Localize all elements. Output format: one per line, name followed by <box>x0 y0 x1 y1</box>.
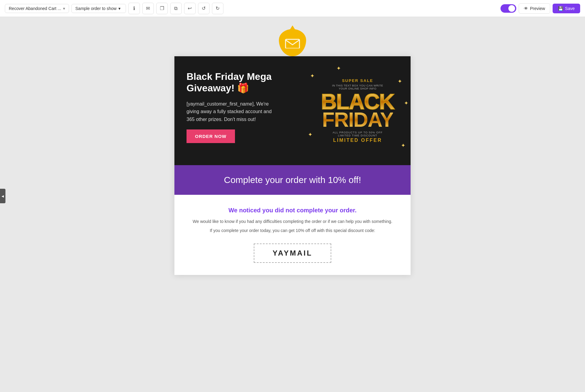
envelope-svg <box>285 37 300 48</box>
hero-left: Black Friday Mega Giveaway! 🎁 [yaymail_c… <box>174 56 305 165</box>
redo-button-2[interactable]: ↻ <box>212 3 223 14</box>
undo-button[interactable]: ↩ <box>184 3 196 14</box>
file-button[interactable]: ❐ <box>156 3 168 14</box>
hero-section: Black Friday Mega Giveaway! 🎁 [yaymail_c… <box>174 56 411 165</box>
sparkle-4: ✦ <box>308 131 312 138</box>
redo-button-1[interactable]: ↺ <box>198 3 210 14</box>
logo-icon-wrap <box>279 29 306 56</box>
toggle-wrapper <box>501 4 516 13</box>
copy-icon: ⧉ <box>174 6 177 11</box>
content-body-2: If you complete your order today, you ca… <box>193 227 392 234</box>
sparkle-1: ✦ <box>310 73 315 79</box>
file-icon: ❐ <box>160 5 164 11</box>
sample-order-label: Sample order to show <box>75 6 117 11</box>
content-headline: We noticed you did not complete your ord… <box>193 207 392 214</box>
preview-button[interactable]: 👁 Preview <box>519 3 550 14</box>
redo-icon-1: ↺ <box>202 5 206 11</box>
bf-limited-top: ALL PRODUCTS UP TO 50% OFF LIMITED TIME … <box>332 131 382 137</box>
toolbar: Recover Abandoned Cart ... ▾ Sample orde… <box>0 0 585 17</box>
svg-rect-0 <box>286 39 299 48</box>
undo-icon: ↩ <box>188 5 192 11</box>
save-button[interactable]: 💾 Save <box>553 4 580 13</box>
sparkle-6: ✦ <box>404 100 408 106</box>
content-body-1: We would like to know if you had any dif… <box>193 218 392 225</box>
bf-limited-offer: LIMITED OFFER <box>333 138 382 143</box>
email-card: Black Friday Mega Giveaway! 🎁 [yaymail_c… <box>174 56 411 275</box>
bf-visual: ✦ ✦ ✦ ✦ ✦ ✦ SUPER SALE IN THIS TEXT BOX … <box>305 56 411 165</box>
hero-body: [yaymail_customer_first_name], We're giv… <box>187 100 277 123</box>
purple-banner: Complete your order with 10% off! <box>174 165 411 195</box>
logo-icon <box>279 29 306 56</box>
order-now-button[interactable]: ORDER NOW <box>187 129 235 143</box>
coupon-box: YAYMAIL <box>254 243 331 263</box>
info-button[interactable]: ℹ <box>128 3 140 14</box>
preview-icon: 👁 <box>524 6 528 11</box>
sidebar-chevron-icon: ◀ <box>2 194 4 198</box>
super-sale-label: SUPER SALE <box>342 78 373 83</box>
order-now-label: ORDER NOW <box>195 134 226 139</box>
sample-order-chevron: ▾ <box>118 6 121 11</box>
sidebar-handle[interactable]: ◀ <box>0 189 5 203</box>
save-label: Save <box>565 6 575 11</box>
copy-button[interactable]: ⧉ <box>170 3 182 14</box>
sample-order-dropdown[interactable]: Sample order to show ▾ <box>71 4 126 13</box>
sparkle-5: ✦ <box>401 142 405 149</box>
canvas-area: Black Friday Mega Giveaway! 🎁 [yaymail_c… <box>0 17 585 392</box>
email-icon: ✉ <box>146 5 150 11</box>
email-button[interactable]: ✉ <box>142 3 154 14</box>
workflow-chevron: ▾ <box>63 6 65 11</box>
super-sale-sub: IN THIS TEXT BOX YOU CAN WRITE YOUR ONLI… <box>332 84 383 90</box>
sparkle-3: ✦ <box>398 78 402 85</box>
coupon-code: YAYMAIL <box>273 249 312 257</box>
toggle-knob <box>508 5 515 12</box>
redo-icon-2: ↻ <box>216 5 220 11</box>
content-section: We noticed you did not complete your ord… <box>174 195 411 275</box>
hero-right: ✦ ✦ ✦ ✦ ✦ ✦ SUPER SALE IN THIS TEXT BOX … <box>305 56 411 165</box>
workflow-label: Recover Abandoned Cart ... <box>9 6 61 11</box>
banner-text: Complete your order with 10% off! <box>187 175 398 185</box>
workflow-dropdown[interactable]: Recover Abandoned Cart ... ▾ <box>5 4 69 13</box>
info-icon: ℹ <box>133 5 135 11</box>
sparkle-2: ✦ <box>336 65 341 72</box>
hero-title: Black Friday Mega Giveaway! 🎁 <box>187 71 292 94</box>
bf-main: BLACK FRIDAY <box>321 93 394 129</box>
bf-friday-text: FRIDAY <box>322 111 393 129</box>
active-toggle[interactable] <box>501 4 516 13</box>
save-icon: 💾 <box>558 6 563 11</box>
preview-label: Preview <box>530 6 545 11</box>
